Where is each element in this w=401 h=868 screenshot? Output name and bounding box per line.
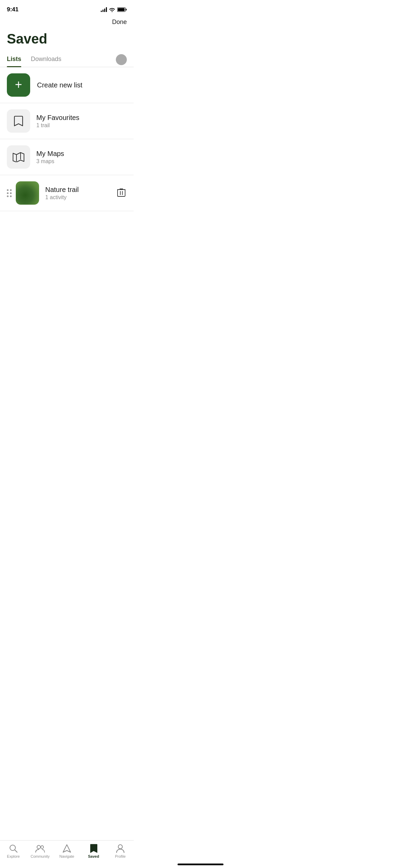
maps-text: My Maps 3 maps	[36, 150, 127, 165]
tab-downloads[interactable]: Downloads	[31, 52, 61, 67]
page-title: Saved	[0, 28, 134, 52]
nature-trail-thumbnail	[16, 181, 39, 205]
delete-button[interactable]	[116, 186, 127, 200]
nature-trail-text: Nature trail 1 activity	[45, 186, 116, 201]
tabs-row: Lists Downloads	[0, 52, 134, 67]
map-icon	[12, 152, 25, 162]
favourites-subtitle: 1 trail	[36, 122, 127, 129]
done-button[interactable]: Done	[112, 19, 127, 26]
list-section: + Create new list My Favourites 1 trail …	[0, 67, 134, 211]
sort-button[interactable]	[116, 54, 127, 65]
favourites-title: My Favourites	[36, 114, 127, 122]
top-bar: Done	[0, 17, 134, 28]
favourites-text: My Favourites 1 trail	[36, 114, 127, 129]
maps-subtitle: 3 maps	[36, 158, 127, 165]
tab-lists[interactable]: Lists	[7, 52, 21, 67]
maps-item[interactable]: My Maps 3 maps	[0, 139, 134, 175]
nature-trail-item[interactable]: Nature trail 1 activity	[0, 175, 134, 211]
status-icons	[101, 7, 127, 12]
svg-rect-2	[118, 8, 125, 11]
bookmark-icon	[13, 115, 24, 127]
nature-trail-title: Nature trail	[45, 186, 116, 194]
wifi-icon	[109, 7, 115, 12]
drag-handle[interactable]	[7, 189, 12, 197]
status-bar: 9:41	[0, 0, 134, 17]
battery-icon	[117, 7, 127, 12]
maps-title: My Maps	[36, 150, 127, 158]
create-list-icon: +	[7, 73, 30, 97]
create-list-label: Create new list	[37, 81, 82, 89]
nature-trail-subtitle: 1 activity	[45, 194, 116, 201]
maps-icon-box	[7, 145, 30, 169]
status-time: 9:41	[7, 6, 19, 13]
svg-rect-1	[126, 9, 127, 11]
favourites-item[interactable]: My Favourites 1 trail	[0, 103, 134, 139]
create-list-item[interactable]: + Create new list	[0, 67, 134, 103]
signal-icon	[101, 7, 107, 12]
svg-rect-5	[118, 190, 125, 196]
favourites-icon-box	[7, 109, 30, 133]
